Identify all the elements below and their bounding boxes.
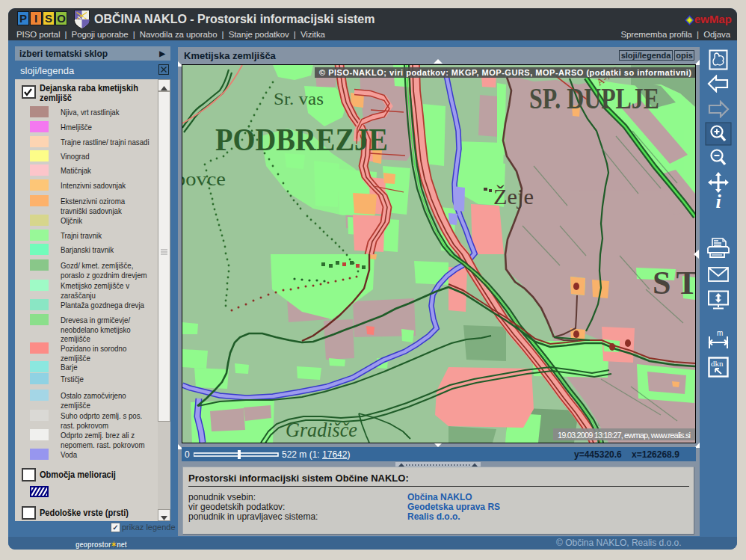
svg-text:Gradišče: Gradišče — [286, 418, 357, 441]
svg-text:m: m — [717, 329, 723, 337]
svg-text:Sr. vas: Sr. vas — [274, 89, 324, 108]
svg-text:PODBREZJE: PODBREZJE — [215, 123, 388, 157]
svg-text:povce: povce — [182, 168, 226, 190]
svg-text:© PISO-NAKLO; viri podatkov: M: © PISO-NAKLO; viri podatkov: MKGP, MOP-G… — [319, 68, 691, 77]
svg-text:19.03.2009 13:18:27, ewmap, ww: 19.03.2009 13:18:27, ewmap, www.realis.s… — [558, 431, 691, 440]
svg-text:dkn: dkn — [711, 359, 724, 368]
svg-text:STR: STR — [653, 265, 695, 301]
svg-text:SP. DUPLJE: SP. DUPLJE — [529, 82, 659, 114]
svg-text:Žeje: Žeje — [493, 184, 534, 209]
